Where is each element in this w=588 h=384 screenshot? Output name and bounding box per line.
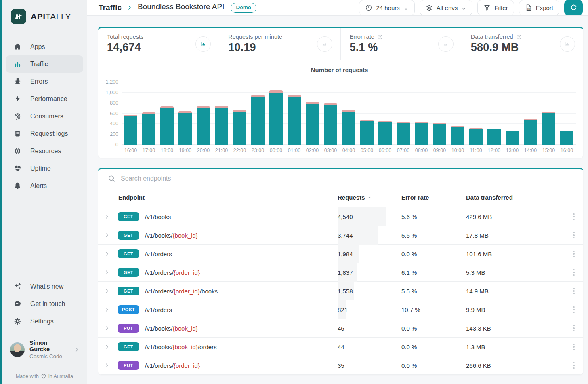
- env-dropdown[interactable]: All envs: [420, 0, 473, 15]
- sidebar-item-errors[interactable]: Errors: [6, 73, 83, 90]
- sidebar-item-what-s-new[interactable]: What's new: [6, 278, 83, 295]
- sidebar-item-label: Settings: [30, 318, 54, 325]
- sidebar-item-traffic[interactable]: Traffic: [6, 55, 83, 73]
- sidebar-item-consumers[interactable]: Consumers: [6, 108, 83, 125]
- chart-bar[interactable]: [360, 120, 374, 145]
- demo-badge: Demo: [231, 3, 256, 13]
- sidebar-item-apps[interactable]: Apps: [6, 38, 83, 55]
- sidebar-item-request-logs[interactable]: Request logs: [6, 125, 83, 142]
- row-menu-button[interactable]: [565, 268, 583, 278]
- error-rate-value: 5.6 %: [401, 213, 466, 220]
- sidebar-item-performance[interactable]: Performance: [6, 90, 83, 108]
- chart-bar[interactable]: [469, 128, 483, 145]
- sidebar-item-get-in-touch[interactable]: Get in touch: [6, 295, 83, 312]
- row-menu-button[interactable]: [565, 230, 583, 241]
- chart-bar[interactable]: [560, 131, 573, 145]
- chart-bar[interactable]: [124, 115, 137, 145]
- chart-bar[interactable]: [415, 122, 428, 145]
- table-row[interactable]: GET /v1/books/{book_id}/orders 44 0.0 % …: [98, 338, 583, 356]
- chart-bar[interactable]: [324, 103, 337, 145]
- table-row[interactable]: GET /v1/orders/{order_id}/books 1,558 5.…: [98, 282, 583, 300]
- error-rate-value: 5.5 %: [401, 232, 466, 239]
- search-input[interactable]: [121, 175, 573, 182]
- sidebar-item-settings[interactable]: Settings: [6, 312, 83, 330]
- chart-bar[interactable]: [542, 112, 555, 145]
- search-icon: [108, 175, 116, 182]
- row-menu-button[interactable]: [565, 305, 583, 315]
- expand-row-icon[interactable]: [104, 269, 114, 276]
- row-menu-button[interactable]: [565, 342, 583, 352]
- chart-bar[interactable]: [251, 95, 265, 145]
- help-icon[interactable]: [516, 34, 522, 40]
- chart-bar[interactable]: [433, 123, 446, 145]
- row-menu-button[interactable]: [565, 212, 583, 222]
- chart-bar[interactable]: [233, 110, 246, 145]
- bar-chart-icon: [13, 60, 22, 68]
- sidebar-item-resources[interactable]: Resources: [6, 142, 83, 160]
- row-menu-button[interactable]: [565, 361, 583, 371]
- sidebar-item-alerts[interactable]: Alerts: [6, 177, 83, 194]
- chart-bar[interactable]: [142, 112, 155, 145]
- row-menu-button[interactable]: [565, 323, 583, 333]
- table-row[interactable]: PUT /v1/orders/{order_id} 35 0.0 % 266.6…: [98, 356, 583, 375]
- column-header-requests[interactable]: Requests: [338, 194, 401, 201]
- column-header-error-rate[interactable]: Error rate: [401, 194, 466, 201]
- expand-row-icon[interactable]: [104, 344, 114, 350]
- bar-chart-circle-icon[interactable]: [560, 36, 575, 52]
- chart-bar[interactable]: [306, 102, 319, 145]
- y-tick-label: 1,000: [106, 90, 118, 95]
- requests-value: 1,558: [338, 288, 353, 295]
- method-badge: GET: [118, 287, 139, 295]
- refresh-button[interactable]: [564, 0, 583, 15]
- data-transferred-value: 429.6 MB: [466, 213, 565, 220]
- breadcrumb-section[interactable]: Traffic: [99, 3, 122, 12]
- row-menu-button[interactable]: [565, 249, 583, 259]
- chart-bar[interactable]: [524, 119, 537, 145]
- table-row[interactable]: GET /v1/orders 1,984 0.0 % 101.6 MB: [98, 245, 583, 263]
- chart-bar[interactable]: [378, 121, 392, 145]
- chart-bar[interactable]: [288, 95, 301, 145]
- help-icon[interactable]: [377, 34, 383, 40]
- table-row[interactable]: GET /v1/books/{book_id} 3,744 5.5 % 17.8…: [98, 226, 583, 245]
- bar-segment-success: [124, 116, 137, 145]
- chart-bar[interactable]: [451, 126, 464, 145]
- svg-text:csv: csv: [527, 8, 530, 10]
- chart-plot: [122, 80, 576, 145]
- column-header-data-transferred[interactable]: Data transferred: [466, 194, 565, 201]
- expand-row-icon[interactable]: [104, 288, 114, 294]
- area-chart-circle-icon[interactable]: [317, 36, 332, 52]
- chart-bar[interactable]: [197, 106, 210, 145]
- expand-row-icon[interactable]: [104, 325, 114, 331]
- chart-bar[interactable]: [215, 106, 228, 145]
- time-range-dropdown[interactable]: 24 hours: [359, 0, 414, 15]
- filter-button[interactable]: Filter: [477, 0, 514, 15]
- chart-bar[interactable]: [487, 129, 501, 145]
- table-row[interactable]: POST /v1/orders 821 10.7 % 9.9 MB: [98, 300, 583, 319]
- chart-bar[interactable]: [397, 122, 410, 145]
- chart-bar[interactable]: [178, 111, 192, 145]
- bar-segment-success: [487, 129, 501, 145]
- chart-bar[interactable]: [160, 106, 174, 145]
- app-logo[interactable]: APITALLY: [2, 0, 87, 24]
- user-profile[interactable]: Simon Gurcke Cosmic Code: [2, 334, 87, 365]
- expand-row-icon[interactable]: [104, 306, 114, 313]
- bar-segment-success: [215, 108, 228, 145]
- row-menu-button[interactable]: [565, 286, 583, 296]
- x-tick-label: 01:00: [285, 148, 303, 153]
- bar-chart-circle-icon[interactable]: [195, 36, 211, 52]
- y-tick-label: 200: [110, 131, 118, 137]
- expand-row-icon[interactable]: [104, 251, 114, 257]
- chart-bar[interactable]: [269, 90, 283, 145]
- app-selector[interactable]: Boundless Bookstore API: [138, 2, 224, 13]
- sidebar-item-uptime[interactable]: Uptime: [6, 160, 83, 177]
- expand-row-icon[interactable]: [104, 232, 114, 238]
- expand-row-icon[interactable]: [104, 362, 114, 369]
- export-button[interactable]: csv Export: [519, 0, 559, 15]
- table-row[interactable]: PUT /v1/books/{book_id} 46 0.0 % 143.3 K…: [98, 319, 583, 338]
- table-row[interactable]: GET /v1/books 4,540 5.6 % 429.6 MB: [98, 207, 583, 226]
- chart-bar[interactable]: [342, 110, 355, 145]
- table-row[interactable]: GET /v1/orders/{order_id} 1,837 6.1 % 5.…: [98, 263, 583, 282]
- area-chart-circle-icon[interactable]: [438, 36, 454, 52]
- expand-row-icon[interactable]: [104, 213, 114, 220]
- chart-bar[interactable]: [506, 131, 519, 145]
